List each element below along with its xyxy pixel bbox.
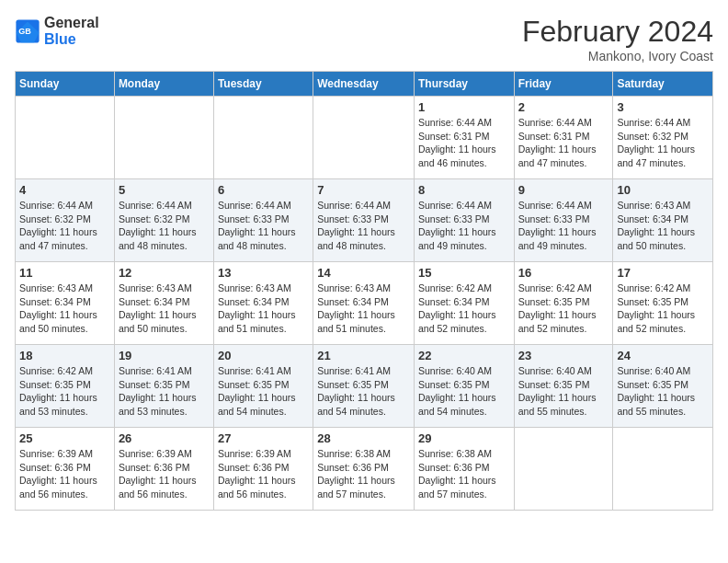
calendar-cell: 22Sunrise: 6:40 AM Sunset: 6:35 PM Dayli… (414, 345, 514, 428)
day-number: 17 (617, 266, 709, 280)
day-number: 13 (218, 266, 309, 280)
calendar-cell: 7Sunrise: 6:44 AM Sunset: 6:33 PM Daylig… (313, 179, 415, 262)
day-number: 22 (418, 349, 510, 362)
calendar-cell (16, 97, 115, 179)
day-number: 1 (418, 100, 510, 114)
day-info: Sunrise: 6:43 AM Sunset: 6:34 PM Dayligh… (317, 282, 410, 336)
col-header-thursday: Thursday (414, 72, 514, 97)
calendar-cell (514, 428, 613, 511)
calendar-cell: 3Sunrise: 6:44 AM Sunset: 6:32 PM Daylig… (613, 97, 713, 179)
calendar-cell: 28Sunrise: 6:38 AM Sunset: 6:36 PM Dayli… (313, 428, 415, 511)
calendar-cell: 25Sunrise: 6:39 AM Sunset: 6:36 PM Dayli… (16, 428, 115, 511)
calendar-cell: 18Sunrise: 6:42 AM Sunset: 6:35 PM Dayli… (16, 345, 115, 428)
day-number: 2 (518, 100, 609, 114)
day-number: 19 (119, 349, 210, 362)
logo-icon: GB (15, 18, 40, 44)
calendar-week-row: 18Sunrise: 6:42 AM Sunset: 6:35 PM Dayli… (16, 345, 713, 428)
col-header-wednesday: Wednesday (313, 72, 415, 97)
day-info: Sunrise: 6:43 AM Sunset: 6:34 PM Dayligh… (617, 199, 709, 253)
calendar-cell: 16Sunrise: 6:42 AM Sunset: 6:35 PM Dayli… (514, 262, 613, 345)
day-number: 9 (518, 183, 609, 197)
calendar-cell: 9Sunrise: 6:44 AM Sunset: 6:33 PM Daylig… (514, 179, 613, 262)
day-number: 4 (19, 183, 110, 197)
day-number: 25 (19, 431, 110, 445)
title-block: February 2024 Mankono, Ivory Coast (522, 15, 713, 63)
col-header-friday: Friday (514, 72, 613, 97)
calendar-cell (213, 97, 313, 179)
logo-text: General Blue (44, 15, 99, 47)
day-info: Sunrise: 6:40 AM Sunset: 6:35 PM Dayligh… (418, 364, 510, 419)
calendar-cell: 17Sunrise: 6:42 AM Sunset: 6:35 PM Dayli… (613, 262, 713, 345)
calendar-week-row: 4Sunrise: 6:44 AM Sunset: 6:32 PM Daylig… (16, 179, 713, 262)
day-number: 27 (218, 431, 309, 445)
day-info: Sunrise: 6:44 AM Sunset: 6:31 PM Dayligh… (518, 116, 609, 170)
day-info: Sunrise: 6:39 AM Sunset: 6:36 PM Dayligh… (119, 447, 210, 501)
calendar-table: SundayMondayTuesdayWednesdayThursdayFrid… (15, 71, 713, 511)
calendar-cell: 12Sunrise: 6:43 AM Sunset: 6:34 PM Dayli… (114, 262, 213, 345)
day-info: Sunrise: 6:43 AM Sunset: 6:34 PM Dayligh… (218, 282, 309, 336)
day-info: Sunrise: 6:44 AM Sunset: 6:33 PM Dayligh… (418, 199, 510, 253)
location-subtitle: Mankono, Ivory Coast (522, 49, 713, 63)
calendar-week-row: 25Sunrise: 6:39 AM Sunset: 6:36 PM Dayli… (16, 428, 713, 511)
calendar-cell: 29Sunrise: 6:38 AM Sunset: 6:36 PM Dayli… (414, 428, 514, 511)
calendar-cell (613, 428, 713, 511)
day-info: Sunrise: 6:44 AM Sunset: 6:33 PM Dayligh… (518, 199, 609, 253)
calendar-cell: 26Sunrise: 6:39 AM Sunset: 6:36 PM Dayli… (114, 428, 213, 511)
day-info: Sunrise: 6:44 AM Sunset: 6:33 PM Dayligh… (317, 199, 410, 253)
calendar-cell: 15Sunrise: 6:42 AM Sunset: 6:34 PM Dayli… (414, 262, 514, 345)
calendar-cell: 8Sunrise: 6:44 AM Sunset: 6:33 PM Daylig… (414, 179, 514, 262)
calendar-cell (313, 97, 415, 179)
calendar-cell: 6Sunrise: 6:44 AM Sunset: 6:33 PM Daylig… (213, 179, 313, 262)
page-header: GB General Blue February 2024 Mankono, I… (15, 15, 713, 63)
day-number: 16 (518, 266, 609, 280)
calendar-cell: 2Sunrise: 6:44 AM Sunset: 6:31 PM Daylig… (514, 97, 613, 179)
calendar-cell (114, 97, 213, 179)
day-number: 11 (19, 266, 110, 280)
col-header-monday: Monday (114, 72, 213, 97)
calendar-cell: 27Sunrise: 6:39 AM Sunset: 6:36 PM Dayli… (213, 428, 313, 511)
day-info: Sunrise: 6:42 AM Sunset: 6:35 PM Dayligh… (518, 282, 609, 336)
day-number: 10 (617, 183, 709, 197)
calendar-cell: 1Sunrise: 6:44 AM Sunset: 6:31 PM Daylig… (414, 97, 514, 179)
calendar-cell: 10Sunrise: 6:43 AM Sunset: 6:34 PM Dayli… (613, 179, 713, 262)
day-number: 12 (119, 266, 210, 280)
calendar-cell: 13Sunrise: 6:43 AM Sunset: 6:34 PM Dayli… (213, 262, 313, 345)
day-number: 14 (317, 266, 410, 280)
day-info: Sunrise: 6:42 AM Sunset: 6:35 PM Dayligh… (19, 364, 110, 419)
day-number: 26 (119, 431, 210, 445)
calendar-cell: 24Sunrise: 6:40 AM Sunset: 6:35 PM Dayli… (613, 345, 713, 428)
day-info: Sunrise: 6:41 AM Sunset: 6:35 PM Dayligh… (218, 364, 309, 419)
calendar-cell: 23Sunrise: 6:40 AM Sunset: 6:35 PM Dayli… (514, 345, 613, 428)
calendar-cell: 20Sunrise: 6:41 AM Sunset: 6:35 PM Dayli… (213, 345, 313, 428)
calendar-header-row: SundayMondayTuesdayWednesdayThursdayFrid… (16, 72, 713, 97)
month-year-title: February 2024 (522, 15, 713, 49)
day-info: Sunrise: 6:41 AM Sunset: 6:35 PM Dayligh… (119, 364, 210, 419)
day-info: Sunrise: 6:44 AM Sunset: 6:32 PM Dayligh… (617, 116, 709, 170)
day-info: Sunrise: 6:43 AM Sunset: 6:34 PM Dayligh… (19, 282, 110, 336)
day-info: Sunrise: 6:39 AM Sunset: 6:36 PM Dayligh… (19, 447, 110, 501)
calendar-cell: 14Sunrise: 6:43 AM Sunset: 6:34 PM Dayli… (313, 262, 415, 345)
calendar-cell: 19Sunrise: 6:41 AM Sunset: 6:35 PM Dayli… (114, 345, 213, 428)
day-number: 23 (518, 349, 609, 362)
calendar-week-row: 1Sunrise: 6:44 AM Sunset: 6:31 PM Daylig… (16, 97, 713, 179)
svg-text:GB: GB (18, 26, 31, 35)
calendar-week-row: 11Sunrise: 6:43 AM Sunset: 6:34 PM Dayli… (16, 262, 713, 345)
day-number: 15 (418, 266, 510, 280)
day-info: Sunrise: 6:44 AM Sunset: 6:32 PM Dayligh… (19, 199, 110, 253)
logo: GB General Blue (15, 15, 99, 47)
day-info: Sunrise: 6:40 AM Sunset: 6:35 PM Dayligh… (617, 364, 709, 419)
day-number: 8 (418, 183, 510, 197)
day-number: 20 (218, 349, 309, 362)
calendar-cell: 21Sunrise: 6:41 AM Sunset: 6:35 PM Dayli… (313, 345, 415, 428)
day-number: 6 (218, 183, 309, 197)
day-info: Sunrise: 6:40 AM Sunset: 6:35 PM Dayligh… (518, 364, 609, 419)
day-info: Sunrise: 6:38 AM Sunset: 6:36 PM Dayligh… (317, 447, 410, 501)
day-info: Sunrise: 6:42 AM Sunset: 6:34 PM Dayligh… (418, 282, 510, 336)
calendar-cell: 4Sunrise: 6:44 AM Sunset: 6:32 PM Daylig… (16, 179, 115, 262)
calendar-cell: 5Sunrise: 6:44 AM Sunset: 6:32 PM Daylig… (114, 179, 213, 262)
day-number: 7 (317, 183, 410, 197)
day-info: Sunrise: 6:44 AM Sunset: 6:33 PM Dayligh… (218, 199, 309, 253)
day-info: Sunrise: 6:38 AM Sunset: 6:36 PM Dayligh… (418, 447, 510, 501)
col-header-sunday: Sunday (16, 72, 115, 97)
day-info: Sunrise: 6:39 AM Sunset: 6:36 PM Dayligh… (218, 447, 309, 501)
